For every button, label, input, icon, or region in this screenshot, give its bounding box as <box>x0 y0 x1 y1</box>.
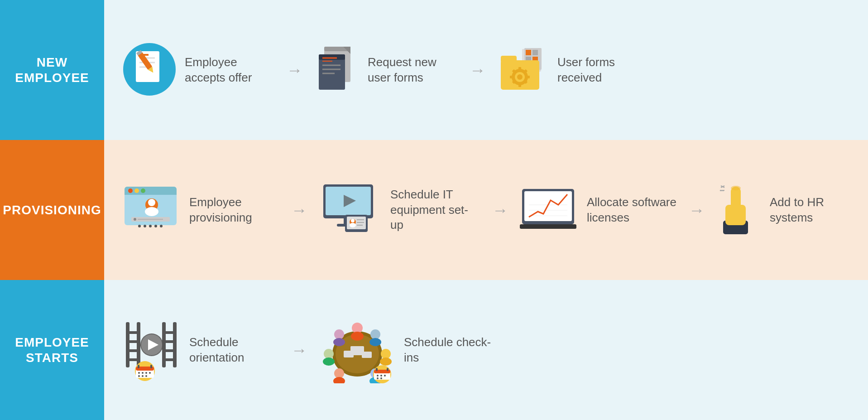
row-provisioning: Employee provisioning → <box>104 140 868 280</box>
it-setup-text: Schedule IT equipment set-up <box>390 187 481 233</box>
step-user-forms-received: User forms received <box>497 44 648 96</box>
step-licenses-content: Allocate software licenses <box>520 184 677 236</box>
step-accepts-offer-content: Employee accepts offer <box>122 42 275 98</box>
svg-rect-94 <box>162 340 177 343</box>
svg-rect-32 <box>510 76 513 78</box>
step-schedule-orientation: Schedule orientation <box>122 318 280 383</box>
svg-point-103 <box>142 372 144 374</box>
svg-rect-73 <box>520 224 576 229</box>
checkins-icon <box>319 315 396 385</box>
svg-point-117 <box>324 349 334 359</box>
step-forms-received-content: User forms received <box>497 44 648 96</box>
svg-point-119 <box>381 349 391 359</box>
svg-point-133 <box>377 375 379 377</box>
svg-point-114 <box>333 338 345 346</box>
sidebar-new-employee-label: NEW EMPLOYEE <box>9 55 95 85</box>
accepts-offer-icon <box>122 42 177 98</box>
svg-point-77 <box>731 186 741 190</box>
it-setup-icon <box>319 182 382 238</box>
svg-point-54 <box>160 225 163 227</box>
row-employee-starts: Schedule orientation → <box>104 280 868 420</box>
request-forms-icon <box>314 44 360 96</box>
sidebar-new-employee: NEW EMPLOYEE <box>0 0 104 140</box>
hr-systems-icon <box>716 182 762 238</box>
svg-point-46 <box>145 207 158 216</box>
step-schedule-checkins: Schedule check-ins <box>319 315 494 385</box>
svg-point-121 <box>334 368 344 378</box>
svg-point-53 <box>154 225 157 227</box>
svg-rect-26 <box>501 56 517 63</box>
svg-point-134 <box>380 375 382 377</box>
svg-point-45 <box>148 199 155 206</box>
svg-rect-13 <box>319 54 345 60</box>
svg-point-52 <box>149 225 152 227</box>
svg-line-81 <box>720 190 724 191</box>
provisioning-icon <box>122 184 181 236</box>
step-provisioning-content: Employee provisioning <box>122 184 280 236</box>
svg-point-108 <box>145 375 147 377</box>
step-request-forms-content: Request new user forms <box>314 44 458 96</box>
hr-systems-text: Add to HR systems <box>770 195 860 226</box>
svg-rect-33 <box>527 76 530 78</box>
svg-point-116 <box>369 338 381 346</box>
sidebar-provisioning: PROVISIONING <box>0 140 104 280</box>
svg-point-48 <box>134 218 136 221</box>
svg-rect-87 <box>126 358 140 361</box>
arrow-2-1: → <box>291 201 307 220</box>
sidebar-provisioning-label: PROVISIONING <box>3 203 101 218</box>
svg-rect-100 <box>138 365 139 368</box>
step-request-new-user-forms: Request new user forms <box>314 44 458 96</box>
arrow-2-2: → <box>492 201 508 220</box>
svg-rect-96 <box>162 358 177 361</box>
arrow-1-1: → <box>287 61 303 80</box>
sidebar-employee-starts-label: EMPLOYEE STARTS <box>9 335 95 365</box>
svg-rect-101 <box>150 365 152 368</box>
licenses-icon <box>520 184 579 236</box>
svg-point-64 <box>350 223 356 227</box>
svg-point-50 <box>138 225 141 227</box>
svg-point-42 <box>134 188 139 193</box>
svg-point-122 <box>333 377 345 383</box>
svg-point-112 <box>351 332 364 341</box>
svg-point-136 <box>377 377 379 379</box>
request-forms-text: Request new user forms <box>368 55 458 86</box>
svg-rect-127 <box>362 352 372 358</box>
step-checkins-content: Schedule check-ins <box>319 315 494 385</box>
svg-point-29 <box>517 74 523 80</box>
provisioning-text: Employee provisioning <box>189 195 280 226</box>
svg-rect-30 <box>518 67 521 70</box>
orientation-icon <box>122 318 181 383</box>
step-orientation-content: Schedule orientation <box>122 318 280 383</box>
arrow-2-3: → <box>689 201 705 220</box>
svg-rect-93 <box>162 331 177 334</box>
svg-rect-85 <box>126 340 140 343</box>
svg-point-107 <box>142 375 144 377</box>
main-container: NEW EMPLOYEE PROVISIONING EMPLOYEE START… <box>0 0 868 420</box>
step-hr-content: Add to HR systems <box>716 182 860 238</box>
svg-point-118 <box>323 357 335 366</box>
svg-point-102 <box>138 372 140 374</box>
checkins-text: Schedule check-ins <box>404 335 494 366</box>
arrow-3-1: → <box>291 341 307 360</box>
step-schedule-it: Schedule IT equipment set-up <box>319 182 481 238</box>
forms-received-icon <box>497 44 549 96</box>
svg-rect-31 <box>518 84 521 87</box>
svg-rect-95 <box>162 349 177 352</box>
svg-rect-21 <box>526 50 531 55</box>
svg-rect-86 <box>126 349 140 352</box>
orientation-text: Schedule orientation <box>189 335 280 366</box>
svg-point-51 <box>144 225 146 227</box>
svg-rect-132 <box>387 368 388 371</box>
svg-rect-126 <box>344 351 354 357</box>
step-add-hr-systems: Add to HR systems <box>716 182 860 238</box>
svg-point-115 <box>370 329 380 339</box>
arrow-1-2: → <box>470 61 486 80</box>
step-employee-accepts-offer: Employee accepts offer <box>122 42 275 98</box>
step-it-content: Schedule IT equipment set-up <box>319 182 481 238</box>
svg-point-120 <box>380 357 392 366</box>
svg-point-43 <box>141 188 145 193</box>
accepts-offer-text: Employee accepts offer <box>185 55 275 86</box>
svg-point-137 <box>380 377 382 379</box>
forms-received-text: User forms received <box>557 55 648 86</box>
svg-point-104 <box>145 372 147 374</box>
